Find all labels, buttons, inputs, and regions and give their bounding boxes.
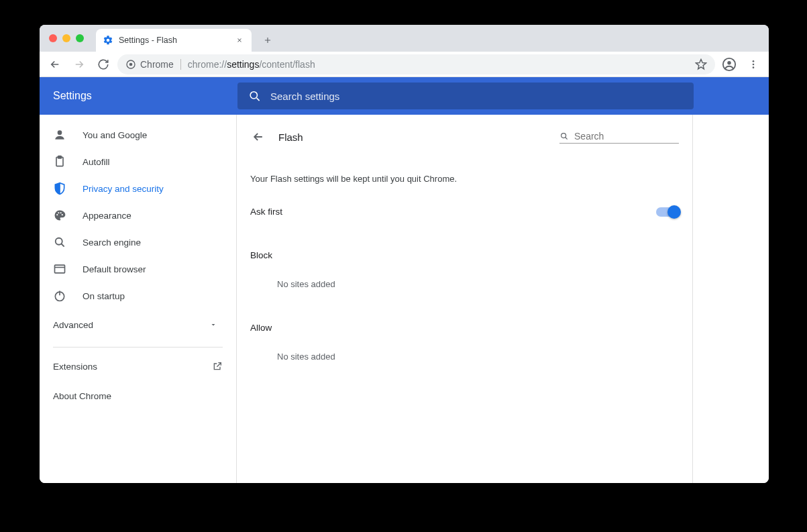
about-label: About Chrome (53, 391, 111, 401)
svg-point-3 (727, 60, 731, 64)
block-empty-text: No sites added (250, 279, 679, 289)
svg-point-6 (753, 66, 755, 68)
settings-header: Settings (40, 77, 769, 115)
block-section-label: Block (250, 250, 679, 260)
sidebar-item-label: Appearance (83, 211, 131, 221)
reload-button[interactable] (93, 54, 113, 74)
power-icon (53, 289, 66, 303)
window-controls (46, 25, 88, 52)
gear-icon (103, 35, 113, 46)
divider (53, 347, 223, 348)
svg-point-14 (62, 214, 63, 215)
sidebar-item-label: You and Google (83, 130, 147, 140)
address-bar[interactable]: Chrome chrome://settings/content/flash (117, 54, 715, 74)
clipboard-icon (53, 155, 66, 168)
svg-point-12 (58, 212, 59, 213)
sidebar-item-autofill[interactable]: Autofill (40, 148, 236, 175)
svg-point-18 (561, 133, 566, 138)
search-icon (53, 235, 66, 249)
new-tab-button[interactable] (258, 31, 277, 50)
sidebar-item-label: Autofill (83, 157, 110, 167)
sidebar-item-label: On startup (83, 291, 125, 301)
svg-point-13 (60, 212, 62, 213)
browser-icon (53, 262, 66, 276)
shield-icon (53, 182, 66, 195)
sidebar-item-search-engine[interactable]: Search engine (40, 229, 236, 256)
toggle-knob (667, 205, 681, 219)
menu-button[interactable] (743, 54, 763, 74)
page-title: Flash (278, 131, 303, 143)
svg-point-15 (56, 238, 62, 245)
allow-section-label: Allow (250, 323, 679, 333)
bookmark-star-icon[interactable] (695, 58, 707, 70)
svg-point-1 (129, 62, 133, 66)
profile-button[interactable] (719, 54, 739, 74)
url-text: chrome://settings/content/flash (188, 59, 315, 70)
content-wrap: Flash Your Flash settings will be kept u… (237, 115, 769, 483)
app-title: Settings (53, 90, 237, 102)
svg-point-5 (753, 63, 755, 65)
site-chip: Chrome (125, 59, 181, 70)
settings-search[interactable] (237, 83, 694, 109)
chrome-icon (125, 59, 136, 70)
svg-point-7 (250, 92, 257, 99)
advanced-label: Advanced (53, 320, 93, 330)
sidebar-item-about-chrome[interactable]: About Chrome (40, 381, 236, 411)
ask-first-row: Ask first (250, 207, 679, 217)
svg-rect-16 (55, 265, 65, 273)
settings-search-input[interactable] (270, 91, 683, 102)
search-icon (248, 89, 261, 103)
sidebar-advanced-toggle[interactable]: Advanced (40, 309, 236, 340)
page-header: Flash (250, 127, 679, 147)
sidebar-item-appearance[interactable]: Appearance (40, 202, 236, 229)
back-button[interactable] (45, 54, 65, 74)
sidebar-item-label: Search engine (83, 237, 141, 248)
allow-empty-text: No sites added (250, 352, 679, 362)
open-in-new-icon (212, 361, 223, 372)
sidebar-item-label: Default browser (83, 264, 146, 274)
minimize-window-button[interactable] (62, 34, 70, 42)
sidebar-item-default-browser[interactable]: Default browser (40, 256, 236, 282)
back-arrow-button[interactable] (250, 129, 266, 145)
close-window-button[interactable] (49, 34, 57, 42)
maximize-window-button[interactable] (76, 34, 84, 42)
palette-icon (53, 209, 66, 222)
sidebar: You and Google Autofill Privacy and secu… (40, 115, 237, 483)
browser-tab[interactable]: Settings - Flash (96, 29, 252, 52)
site-chip-label: Chrome (140, 59, 174, 70)
sidebar-item-on-startup[interactable]: On startup (40, 282, 236, 309)
page-search-input[interactable] (574, 131, 679, 142)
sidebar-item-you-and-google[interactable]: You and Google (40, 121, 236, 148)
browser-window: Settings - Flash Chrome chrome://setting… (40, 25, 769, 483)
sidebar-item-label: Privacy and security (83, 184, 164, 194)
search-icon (559, 131, 569, 142)
sidebar-item-privacy-and-security[interactable]: Privacy and security (40, 175, 236, 202)
chevron-down-icon (209, 321, 217, 329)
page-search[interactable] (559, 131, 679, 144)
ask-first-toggle[interactable] (656, 207, 679, 217)
svg-point-4 (753, 60, 755, 62)
svg-point-11 (56, 214, 58, 215)
notice-text: Your Flash settings will be kept until y… (250, 174, 679, 184)
forward-button[interactable] (69, 54, 89, 74)
svg-point-8 (58, 130, 62, 135)
sidebar-item-extensions[interactable]: Extensions (40, 352, 236, 381)
browser-toolbar: Chrome chrome://settings/content/flash (40, 52, 769, 77)
extensions-label: Extensions (53, 362, 97, 372)
svg-rect-10 (58, 156, 62, 158)
tab-strip: Settings - Flash (40, 25, 769, 52)
tab-title: Settings - Flash (119, 36, 229, 45)
tab-close-button[interactable] (234, 35, 245, 46)
app-body: You and Google Autofill Privacy and secu… (40, 115, 769, 483)
ask-first-label: Ask first (250, 207, 282, 217)
person-icon (53, 128, 66, 142)
content-panel: Flash Your Flash settings will be kept u… (237, 115, 693, 483)
